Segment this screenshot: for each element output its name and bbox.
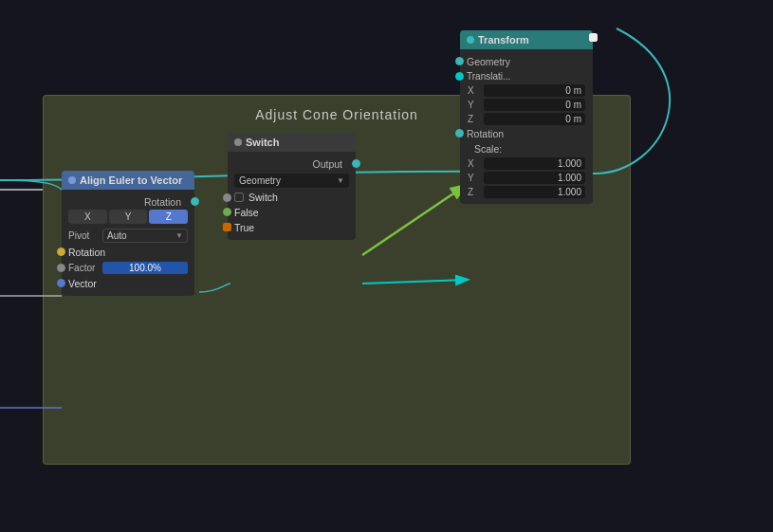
align-xyz-buttons: X Y Z: [68, 210, 188, 224]
switch-checkbox-row: Switch: [228, 190, 356, 205]
pivot-chevron-icon: ▼: [175, 231, 183, 240]
transform-sx-label: X: [468, 158, 481, 169]
align-z-button[interactable]: Z: [149, 210, 188, 224]
transform-sy-row: Y 1.000: [460, 171, 593, 185]
align-rotation-in-row: Rotation: [62, 245, 194, 260]
align-euler-node: Align Euler to Vector Rotation X Y Z Piv…: [62, 171, 194, 296]
switch-header: Switch: [228, 133, 356, 152]
transform-scale-label: Scale:: [467, 143, 502, 155]
switch-false-label: False: [234, 207, 259, 218]
switch-header-dot: [234, 138, 242, 146]
transform-geo-out-socket[interactable]: [589, 33, 598, 42]
transform-sx-val[interactable]: 1.000: [484, 157, 585, 170]
transform-sy-val[interactable]: 1.000: [484, 172, 585, 184]
align-pivot-row: Pivot Auto ▼: [62, 227, 194, 245]
transform-sz-row: Z 1.000: [460, 185, 593, 199]
transform-rotation-socket[interactable]: [455, 129, 464, 138]
align-rotation-in-socket[interactable]: [57, 248, 65, 256]
transform-z-val[interactable]: 0 m: [484, 113, 585, 125]
align-rotation-out-row: Rotation: [62, 194, 194, 210]
switch-node: Switch Output Geometry ▼ Switch False: [228, 133, 356, 240]
transform-translation-row: Translati...: [460, 69, 593, 83]
switch-geometry-row: Geometry ▼: [228, 172, 356, 190]
align-vector-row: Vector: [62, 276, 194, 291]
transform-sx-row: X 1.000: [460, 156, 593, 171]
transform-sz-val[interactable]: 1.000: [484, 186, 585, 198]
transform-y-row: Y 0 m: [460, 98, 593, 112]
align-rotation-out-socket[interactable]: [191, 197, 199, 206]
align-rotation-in-label: Rotation: [68, 247, 105, 258]
switch-output-socket[interactable]: [352, 159, 360, 168]
switch-geometry-dropdown[interactable]: Geometry ▼: [234, 174, 349, 188]
transform-node: Transform Geometry Translati... X 0 m Y …: [460, 30, 593, 204]
transform-translation-label: Translati...: [467, 71, 510, 82]
transform-sz-label: Z: [468, 187, 481, 197]
align-vector-label: Vector: [68, 278, 97, 289]
transform-geo-in-row: Geometry: [460, 54, 593, 69]
transform-scale-row: Scale:: [460, 141, 593, 156]
transform-y-label: Y: [468, 100, 481, 110]
switch-title: Switch: [246, 137, 279, 148]
align-pivot-label: Pivot: [68, 230, 99, 241]
chevron-down-icon: ▼: [337, 176, 344, 185]
switch-geometry-label: Geometry: [239, 175, 281, 186]
align-rotation-out-label: Rotation: [144, 196, 181, 208]
align-pivot-val: Auto: [107, 230, 127, 241]
switch-true-row: True: [228, 220, 356, 235]
align-factor-socket[interactable]: [57, 264, 65, 272]
transform-geo-in-socket[interactable]: [455, 57, 464, 65]
transform-y-val[interactable]: 0 m: [484, 99, 585, 111]
transform-z-label: Z: [468, 114, 481, 124]
switch-false-socket[interactable]: [223, 208, 231, 216]
align-x-button[interactable]: X: [68, 210, 107, 224]
group-label: Adjust Cone Orientation: [255, 107, 418, 122]
transform-z-row: Z 0 m: [460, 112, 593, 126]
align-title: Align Euler to Vector: [80, 174, 182, 186]
transform-translation-socket[interactable]: [455, 72, 464, 81]
align-body: Rotation X Y Z Pivot Auto ▼ Rotation Fac…: [62, 190, 194, 296]
switch-true-socket[interactable]: [223, 223, 231, 231]
switch-output-label: Output: [312, 158, 342, 170]
align-factor-row: Factor 100.0%: [62, 260, 194, 276]
switch-switch-label: Switch: [248, 192, 278, 203]
align-header: Align Euler to Vector: [62, 171, 194, 190]
switch-false-row: False: [228, 205, 356, 220]
transform-sy-label: Y: [468, 173, 481, 183]
switch-switch-socket[interactable]: [223, 193, 231, 202]
transform-rotation-label: Rotation: [467, 128, 504, 139]
switch-checkbox[interactable]: [234, 193, 244, 202]
transform-x-row: X 0 m: [460, 83, 593, 98]
align-y-button[interactable]: Y: [109, 210, 148, 224]
transform-rotation-row: Rotation: [460, 126, 593, 141]
switch-body: Output Geometry ▼ Switch False True: [228, 152, 356, 240]
switch-true-label: True: [234, 222, 254, 233]
align-factor-bar[interactable]: 100.0%: [102, 262, 188, 274]
align-header-dot: [68, 176, 76, 184]
transform-title: Transform: [478, 34, 529, 46]
transform-x-val[interactable]: 0 m: [484, 84, 585, 97]
align-factor-label: Factor: [68, 263, 99, 273]
transform-header-dot: [467, 36, 474, 44]
transform-geo-label: Geometry: [467, 56, 510, 67]
transform-header: Transform: [460, 30, 593, 49]
transform-body: Geometry Translati... X 0 m Y 0 m Z 0 m …: [460, 49, 593, 204]
align-pivot-dropdown[interactable]: Auto ▼: [102, 229, 188, 243]
align-vector-socket[interactable]: [57, 279, 65, 287]
transform-x-label: X: [468, 85, 481, 96]
switch-output-row: Output: [228, 156, 356, 172]
